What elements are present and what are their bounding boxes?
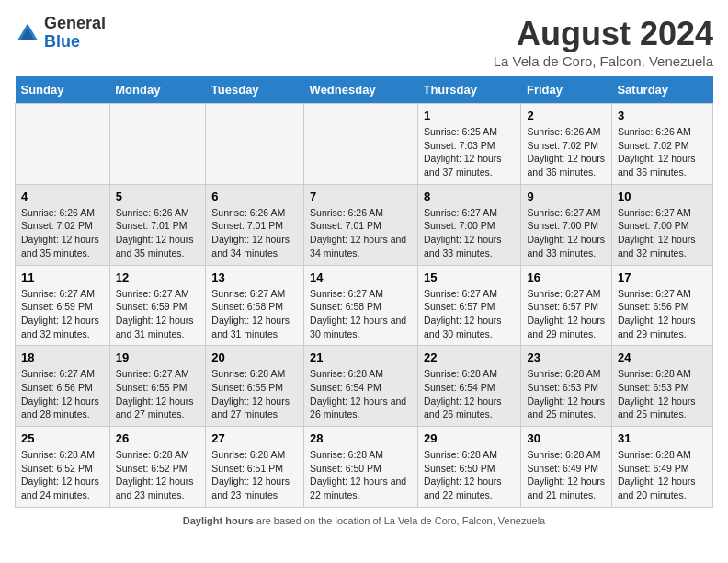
- day-cell: 15Sunrise: 6:27 AM Sunset: 6:57 PM Dayli…: [417, 265, 520, 346]
- day-cell: 30Sunrise: 6:28 AM Sunset: 6:49 PM Dayli…: [521, 427, 611, 508]
- day-cell: 20Sunrise: 6:28 AM Sunset: 6:55 PM Dayli…: [206, 346, 304, 427]
- day-cell: 5Sunrise: 6:26 AM Sunset: 7:01 PM Daylig…: [109, 184, 206, 265]
- day-cell: 10Sunrise: 6:27 AM Sunset: 7:00 PM Dayli…: [611, 184, 712, 265]
- day-cell: 7Sunrise: 6:26 AM Sunset: 7:01 PM Daylig…: [304, 184, 418, 265]
- title-area: August 2024 La Vela de Coro, Falcon, Ven…: [494, 15, 713, 69]
- day-number: 14: [310, 270, 412, 284]
- day-number: 17: [618, 270, 707, 284]
- header-cell-friday: Friday: [521, 76, 611, 104]
- day-number: 3: [618, 109, 707, 122]
- day-number: 25: [21, 431, 104, 445]
- day-cell: 13Sunrise: 6:27 AM Sunset: 6:58 PM Dayli…: [206, 265, 304, 346]
- day-info: Sunrise: 6:28 AM Sunset: 6:52 PM Dayligh…: [21, 448, 104, 502]
- day-info: Sunrise: 6:27 AM Sunset: 6:57 PM Dayligh…: [527, 287, 605, 341]
- day-cell: 8Sunrise: 6:27 AM Sunset: 7:00 PM Daylig…: [417, 184, 520, 265]
- day-number: 30: [527, 431, 605, 445]
- day-cell: 28Sunrise: 6:28 AM Sunset: 6:50 PM Dayli…: [304, 427, 418, 508]
- header-cell-wednesday: Wednesday: [304, 76, 418, 104]
- day-cell: 27Sunrise: 6:28 AM Sunset: 6:51 PM Dayli…: [206, 427, 304, 508]
- day-number: 23: [527, 350, 605, 364]
- day-cell: 17Sunrise: 6:27 AM Sunset: 6:56 PM Dayli…: [611, 265, 712, 346]
- day-cell: 22Sunrise: 6:28 AM Sunset: 6:54 PM Dayli…: [417, 346, 520, 427]
- day-number: 8: [424, 190, 515, 203]
- day-info: Sunrise: 6:27 AM Sunset: 6:59 PM Dayligh…: [21, 287, 104, 341]
- day-number: 31: [618, 431, 707, 445]
- day-cell: [16, 104, 110, 185]
- day-info: Sunrise: 6:25 AM Sunset: 7:03 PM Dayligh…: [424, 125, 515, 179]
- day-cell: 14Sunrise: 6:27 AM Sunset: 6:58 PM Dayli…: [304, 265, 418, 346]
- day-info: Sunrise: 6:27 AM Sunset: 6:55 PM Dayligh…: [116, 367, 200, 421]
- day-info: Sunrise: 6:27 AM Sunset: 7:00 PM Dayligh…: [618, 206, 707, 260]
- day-info: Sunrise: 6:27 AM Sunset: 7:00 PM Dayligh…: [424, 206, 515, 260]
- day-number: 6: [211, 190, 298, 203]
- day-info: Sunrise: 6:28 AM Sunset: 6:50 PM Dayligh…: [424, 448, 515, 502]
- day-info: Sunrise: 6:28 AM Sunset: 6:53 PM Dayligh…: [618, 367, 707, 421]
- day-info: Sunrise: 6:26 AM Sunset: 7:02 PM Dayligh…: [527, 125, 605, 179]
- day-number: 22: [424, 350, 515, 364]
- header: General Blue August 2024 La Vela de Coro…: [15, 15, 713, 69]
- day-number: 5: [116, 190, 200, 203]
- day-number: 4: [21, 190, 104, 203]
- day-number: 29: [424, 431, 515, 445]
- day-number: 7: [310, 190, 412, 203]
- footer: Daylight hours are based on the location…: [15, 515, 713, 526]
- logo-general: General: [44, 15, 106, 33]
- week-row-4: 25Sunrise: 6:28 AM Sunset: 6:52 PM Dayli…: [16, 427, 713, 508]
- day-info: Sunrise: 6:27 AM Sunset: 6:58 PM Dayligh…: [310, 287, 412, 341]
- header-cell-monday: Monday: [109, 76, 206, 104]
- day-cell: 16Sunrise: 6:27 AM Sunset: 6:57 PM Dayli…: [521, 265, 611, 346]
- calendar-header: SundayMondayTuesdayWednesdayThursdayFrid…: [16, 76, 713, 104]
- header-cell-tuesday: Tuesday: [206, 76, 304, 104]
- week-row-0: 1Sunrise: 6:25 AM Sunset: 7:03 PM Daylig…: [16, 104, 713, 185]
- day-info: Sunrise: 6:26 AM Sunset: 7:01 PM Dayligh…: [211, 206, 298, 260]
- day-info: Sunrise: 6:27 AM Sunset: 6:56 PM Dayligh…: [618, 287, 707, 341]
- day-info: Sunrise: 6:27 AM Sunset: 6:58 PM Dayligh…: [211, 287, 298, 341]
- logo-blue: Blue: [44, 33, 106, 52]
- day-cell: 21Sunrise: 6:28 AM Sunset: 6:54 PM Dayli…: [304, 346, 418, 427]
- day-number: 21: [310, 350, 412, 364]
- day-info: Sunrise: 6:28 AM Sunset: 6:49 PM Dayligh…: [618, 448, 707, 502]
- day-cell: 24Sunrise: 6:28 AM Sunset: 6:53 PM Dayli…: [611, 346, 712, 427]
- logo-text: General Blue: [44, 15, 106, 52]
- day-cell: [206, 104, 304, 185]
- day-cell: [109, 104, 206, 185]
- day-number: 28: [310, 431, 412, 445]
- day-number: 9: [527, 190, 605, 203]
- day-cell: 2Sunrise: 6:26 AM Sunset: 7:02 PM Daylig…: [521, 104, 611, 185]
- footer-label: Daylight hours: [183, 515, 254, 526]
- week-row-3: 18Sunrise: 6:27 AM Sunset: 6:56 PM Dayli…: [16, 346, 713, 427]
- day-number: 10: [618, 190, 707, 203]
- day-cell: [304, 104, 418, 185]
- day-info: Sunrise: 6:27 AM Sunset: 6:57 PM Dayligh…: [424, 287, 515, 341]
- day-info: Sunrise: 6:27 AM Sunset: 7:00 PM Dayligh…: [527, 206, 605, 260]
- footer-text: are based on the location of La Vela de …: [256, 515, 545, 526]
- day-info: Sunrise: 6:28 AM Sunset: 6:49 PM Dayligh…: [527, 448, 605, 502]
- day-number: 16: [527, 270, 605, 284]
- day-info: Sunrise: 6:28 AM Sunset: 6:53 PM Dayligh…: [527, 367, 605, 421]
- day-cell: 9Sunrise: 6:27 AM Sunset: 7:00 PM Daylig…: [521, 184, 611, 265]
- day-info: Sunrise: 6:28 AM Sunset: 6:52 PM Dayligh…: [116, 448, 200, 502]
- day-cell: 26Sunrise: 6:28 AM Sunset: 6:52 PM Dayli…: [109, 427, 206, 508]
- day-cell: 25Sunrise: 6:28 AM Sunset: 6:52 PM Dayli…: [16, 427, 110, 508]
- day-cell: 23Sunrise: 6:28 AM Sunset: 6:53 PM Dayli…: [521, 346, 611, 427]
- day-number: 12: [116, 270, 200, 284]
- day-number: 24: [618, 350, 707, 364]
- day-cell: 3Sunrise: 6:26 AM Sunset: 7:02 PM Daylig…: [611, 104, 712, 185]
- day-number: 27: [211, 431, 298, 445]
- day-info: Sunrise: 6:27 AM Sunset: 6:56 PM Dayligh…: [21, 367, 104, 421]
- page-title: August 2024: [494, 15, 713, 53]
- week-row-2: 11Sunrise: 6:27 AM Sunset: 6:59 PM Dayli…: [16, 265, 713, 346]
- day-cell: 4Sunrise: 6:26 AM Sunset: 7:02 PM Daylig…: [16, 184, 110, 265]
- day-info: Sunrise: 6:27 AM Sunset: 6:59 PM Dayligh…: [116, 287, 200, 341]
- header-cell-sunday: Sunday: [16, 76, 110, 104]
- calendar-body: 1Sunrise: 6:25 AM Sunset: 7:03 PM Daylig…: [16, 104, 713, 508]
- day-number: 20: [211, 350, 298, 364]
- week-row-1: 4Sunrise: 6:26 AM Sunset: 7:02 PM Daylig…: [16, 184, 713, 265]
- day-number: 11: [21, 270, 104, 284]
- day-number: 18: [21, 350, 104, 364]
- header-cell-thursday: Thursday: [417, 76, 520, 104]
- day-cell: 6Sunrise: 6:26 AM Sunset: 7:01 PM Daylig…: [206, 184, 304, 265]
- day-number: 2: [527, 109, 605, 122]
- calendar-table: SundayMondayTuesdayWednesdayThursdayFrid…: [15, 76, 713, 508]
- logo: General Blue: [15, 15, 106, 52]
